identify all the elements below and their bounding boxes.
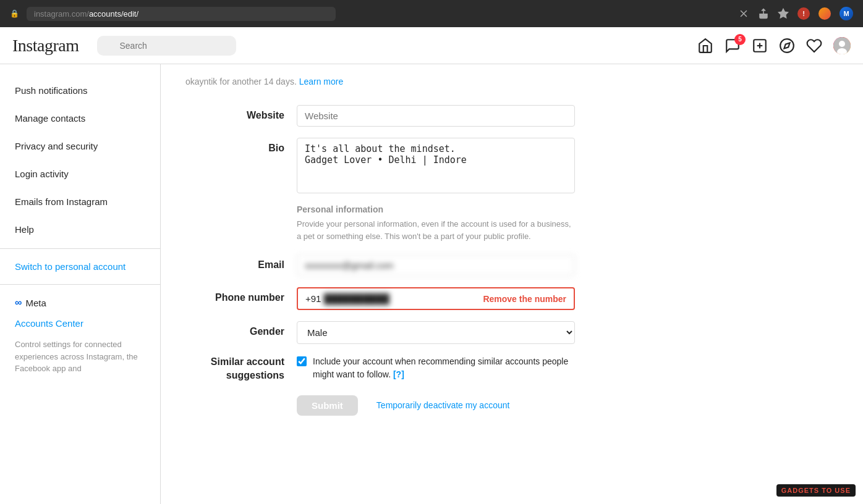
phone-field-container: +91 ██████████ Remove the number: [297, 287, 575, 310]
suggestions-content: Include your account when recommending s…: [297, 355, 575, 381]
email-label: Email: [185, 254, 284, 271]
bio-textarea[interactable]: It's all about the mindset. Gadget Lover…: [297, 138, 575, 193]
gender-label: Gender: [185, 321, 284, 337]
sidebar-item-login-activity[interactable]: Login activity: [0, 160, 160, 188]
personal-info-block: Personal information Provide your person…: [185, 204, 631, 242]
sidebar-item-privacy-security[interactable]: Privacy and security: [0, 132, 160, 160]
notice-bar: okayntik for another 14 days. Learn more: [185, 77, 631, 93]
phone-label: Phone number: [185, 287, 284, 303]
lock-icon: 🔒: [10, 9, 19, 18]
personal-info-desc: Provide your personal information, even …: [297, 218, 575, 242]
deactivate-account-link[interactable]: Temporarily deactivate my account: [376, 400, 510, 410]
bio-label: Bio: [185, 138, 284, 154]
bio-row: Bio It's all about the mindset. Gadget L…: [185, 138, 631, 193]
sidebar: Push notifications Manage contacts Priva…: [0, 64, 161, 504]
bottom-row: Submit Temporarily deactivate my account: [185, 395, 631, 416]
share-icon[interactable]: [758, 8, 769, 19]
explore-icon[interactable]: [779, 38, 795, 54]
search-wrapper: [97, 36, 270, 56]
suggestions-text: Include your account when recommending s…: [313, 355, 575, 381]
suggestions-checkbox-wrapper: [297, 356, 307, 369]
gender-row: Gender Male Female Prefer not to say Cus…: [185, 321, 631, 344]
website-label: Website: [185, 105, 284, 121]
email-row: Email: [185, 254, 631, 276]
messages-badge: 5: [734, 34, 746, 45]
personal-info-text: Personal information Provide your person…: [297, 204, 575, 242]
camera-icon: [738, 8, 749, 19]
sidebar-item-help[interactable]: Help: [0, 216, 160, 243]
svg-marker-6: [784, 43, 789, 48]
browser-actions: ! M: [738, 7, 853, 20]
accounts-center-desc: Control settings for connected experienc…: [0, 336, 160, 377]
gmail-icon: M: [840, 7, 853, 20]
create-icon[interactable]: [752, 38, 768, 54]
search-input[interactable]: [97, 36, 236, 56]
sidebar-divider-2: [0, 284, 160, 285]
sidebar-divider: [0, 248, 160, 249]
sidebar-item-push-notifications[interactable]: Push notifications: [0, 77, 160, 104]
ig-nav: 5: [697, 37, 851, 54]
watermark-letter: G: [781, 487, 788, 494]
personal-info-spacer: [185, 204, 284, 242]
suggestions-label: Similar account suggestions: [185, 355, 284, 383]
meta-text: Meta: [25, 298, 46, 308]
url-prefix: instagram.com/: [34, 9, 89, 19]
suggestions-description: Include your account when recommending s…: [313, 356, 568, 379]
submit-button[interactable]: Submit: [297, 395, 358, 416]
svg-point-5: [780, 39, 794, 52]
browser-bar: 🔒 instagram.com/accounts/edit/ ! M: [0, 0, 863, 27]
sidebar-item-emails-instagram[interactable]: Emails from Instagram: [0, 188, 160, 216]
meta-section: ∞ Meta: [0, 290, 160, 316]
suggestions-checkbox[interactable]: [297, 356, 307, 366]
main-layout: Push notifications Manage contacts Priva…: [0, 64, 863, 504]
website-input[interactable]: [297, 105, 575, 127]
url-path: accounts/edit/: [89, 9, 138, 19]
accounts-center-link[interactable]: Accounts Center: [0, 316, 160, 336]
phone-value: +91 ██████████: [305, 293, 477, 304]
phone-row: Phone number +91 ██████████ Remove the n…: [185, 287, 631, 310]
gender-select[interactable]: Male Female Prefer not to say Custom: [297, 321, 575, 344]
home-icon[interactable]: [697, 38, 713, 54]
suggestions-help-link[interactable]: [?]: [393, 369, 404, 379]
heart-icon[interactable]: [806, 38, 822, 54]
remove-number-link[interactable]: Remove the number: [483, 294, 566, 304]
ig-header: Instagram 5: [0, 27, 863, 64]
email-input[interactable]: [297, 254, 575, 276]
profile-dot: [818, 7, 831, 20]
shield-icon: !: [797, 7, 810, 20]
phone-blurred: ██████████: [324, 293, 389, 304]
watermark: GADGETS TO USE: [776, 484, 856, 497]
content-area: okayntik for another 14 days. Learn more…: [161, 64, 655, 504]
messages-icon[interactable]: 5: [725, 38, 741, 54]
instagram-logo[interactable]: Instagram: [12, 36, 79, 56]
avatar[interactable]: [833, 37, 851, 54]
meta-logo: ∞: [15, 297, 22, 308]
personal-info-title: Personal information: [297, 204, 575, 214]
sidebar-item-manage-contacts[interactable]: Manage contacts: [0, 104, 160, 132]
switch-personal-account[interactable]: Switch to personal account: [0, 254, 160, 279]
phone-prefix: +91: [305, 293, 321, 304]
address-bar[interactable]: instagram.com/accounts/edit/: [27, 7, 336, 21]
learn-more-link[interactable]: Learn more: [299, 77, 344, 86]
svg-point-8: [839, 41, 845, 47]
watermark-text: ADGETS TO USE: [787, 487, 851, 494]
suggestions-row: Similar account suggestions Include your…: [185, 355, 631, 383]
website-row: Website: [185, 105, 631, 127]
notice-text: okayntik for another 14 days.: [185, 77, 297, 86]
svg-marker-0: [779, 9, 788, 18]
star-icon[interactable]: [778, 8, 789, 19]
